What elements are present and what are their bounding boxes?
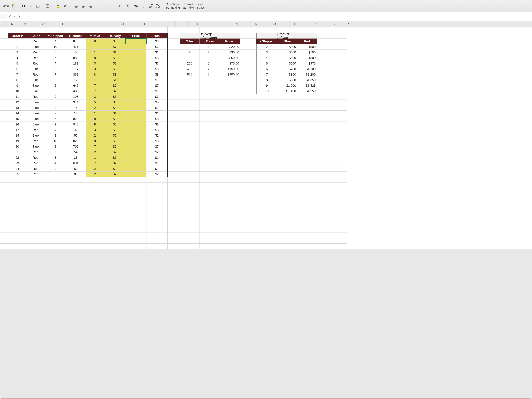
orders-row-cell[interactable]: 6 — [45, 83, 66, 89]
orders-row-cell[interactable]: 7 — [45, 111, 66, 116]
cell[interactable] — [218, 133, 241, 138]
cell[interactable] — [45, 183, 66, 188]
orders-row-cell[interactable]: 7 — [86, 144, 104, 149]
spreadsheet-grid[interactable]: Order #Color# ShippedDistance# DaysDeliv… — [0, 27, 532, 249]
delivery-header[interactable]: Price — [218, 38, 241, 44]
orders-row-cell[interactable]: 12 — [8, 100, 26, 105]
orders-row-cell[interactable]: 7 — [45, 72, 66, 77]
cell[interactable] — [241, 160, 256, 166]
orders-row-cell[interactable]: Blue — [26, 111, 45, 116]
orders-row-cell[interactable] — [125, 144, 146, 149]
cell[interactable] — [241, 33, 256, 38]
orders-row-cell[interactable] — [125, 66, 146, 72]
cell[interactable] — [317, 33, 336, 38]
orders-row-cell[interactable]: $7 — [104, 83, 125, 89]
cell[interactable] — [218, 216, 241, 222]
cell[interactable] — [277, 94, 297, 100]
orders-row-cell[interactable]: 2 — [86, 105, 104, 111]
cell[interactable] — [277, 188, 297, 194]
cell[interactable] — [0, 227, 8, 233]
orders-row-cell[interactable]: $2 — [146, 171, 168, 177]
orders-row-cell[interactable]: $8 — [146, 55, 168, 61]
cell[interactable] — [241, 38, 256, 44]
orders-row-cell[interactable]: 1 — [86, 50, 104, 55]
cell[interactable] — [180, 205, 200, 210]
cell[interactable] — [168, 160, 180, 166]
cell[interactable] — [241, 188, 256, 194]
cell[interactable] — [317, 83, 336, 89]
orders-row-cell[interactable]: $8 — [104, 138, 125, 144]
orders-row-cell[interactable]: 3 — [8, 50, 26, 55]
cell[interactable] — [0, 199, 8, 205]
cell[interactable] — [277, 160, 297, 166]
name-box-stepper[interactable]: ▲▼ — [1, 14, 5, 19]
cell[interactable] — [218, 210, 241, 216]
cell[interactable] — [66, 183, 86, 188]
cell[interactable] — [218, 116, 241, 122]
cell[interactable] — [45, 210, 66, 216]
cell[interactable] — [8, 183, 26, 188]
orders-row-cell[interactable]: $1 — [146, 77, 168, 83]
cell[interactable] — [336, 244, 347, 249]
cell[interactable] — [168, 50, 180, 55]
cell[interactable] — [180, 89, 200, 94]
cell[interactable] — [180, 27, 200, 33]
cell[interactable] — [336, 183, 347, 188]
cell[interactable] — [218, 89, 241, 94]
orders-row-cell[interactable]: Blue — [26, 133, 45, 138]
orders-row-cell[interactable]: 1 — [86, 111, 104, 116]
cell[interactable] — [0, 177, 8, 183]
orders-row-cell[interactable] — [125, 105, 146, 111]
orders-row-cell[interactable]: Blue — [26, 89, 45, 94]
cell[interactable] — [146, 205, 168, 210]
cell[interactable] — [277, 177, 297, 183]
orders-row-cell[interactable]: 19 — [8, 138, 26, 144]
cell[interactable] — [0, 116, 8, 122]
orders-row-cell[interactable]: 845 — [66, 38, 86, 44]
cell[interactable] — [0, 188, 8, 194]
cell[interactable] — [336, 77, 347, 83]
cell[interactable] — [256, 166, 277, 171]
cell[interactable] — [241, 27, 256, 33]
cell[interactable] — [66, 199, 86, 205]
cell[interactable] — [66, 188, 86, 194]
cell[interactable] — [317, 27, 336, 33]
cell[interactable] — [168, 100, 180, 105]
orders-row-cell[interactable]: $7 — [104, 89, 125, 94]
orders-row-cell[interactable] — [125, 166, 146, 171]
cell[interactable] — [8, 227, 26, 233]
cell[interactable] — [200, 127, 218, 133]
cell[interactable] — [45, 199, 66, 205]
formula-input[interactable] — [24, 12, 531, 21]
cell[interactable] — [0, 233, 8, 238]
pricing-row-cell[interactable]: $1,100 — [297, 66, 317, 72]
cell[interactable] — [241, 177, 256, 183]
cell[interactable] — [146, 177, 168, 183]
orders-row-cell[interactable]: $3 — [146, 61, 168, 66]
cell[interactable] — [256, 111, 277, 116]
cell[interactable] — [45, 177, 66, 183]
pricing-row-cell[interactable]: $600 — [277, 61, 297, 66]
cell[interactable] — [277, 233, 297, 238]
orders-row-cell[interactable] — [125, 160, 146, 166]
cell[interactable] — [277, 199, 297, 205]
cell[interactable] — [241, 205, 256, 210]
cell[interactable] — [180, 244, 200, 249]
cell[interactable] — [180, 210, 200, 216]
cell[interactable] — [218, 166, 241, 171]
format-as-table-button[interactable]: Formatas Table — [182, 2, 195, 9]
cell[interactable] — [45, 188, 66, 194]
cell[interactable] — [168, 205, 180, 210]
cell[interactable] — [297, 210, 317, 216]
cell[interactable] — [104, 238, 125, 244]
cell[interactable] — [256, 210, 277, 216]
cell[interactable] — [277, 166, 297, 171]
pricing-title[interactable]: Product Pricing — [277, 33, 297, 38]
cell[interactable] — [200, 199, 218, 205]
cell[interactable] — [317, 177, 336, 183]
cell[interactable] — [317, 199, 336, 205]
cell[interactable] — [336, 83, 347, 89]
cell[interactable] — [297, 27, 317, 33]
orders-row-cell[interactable]: 646 — [66, 83, 86, 89]
cell[interactable] — [336, 116, 347, 122]
